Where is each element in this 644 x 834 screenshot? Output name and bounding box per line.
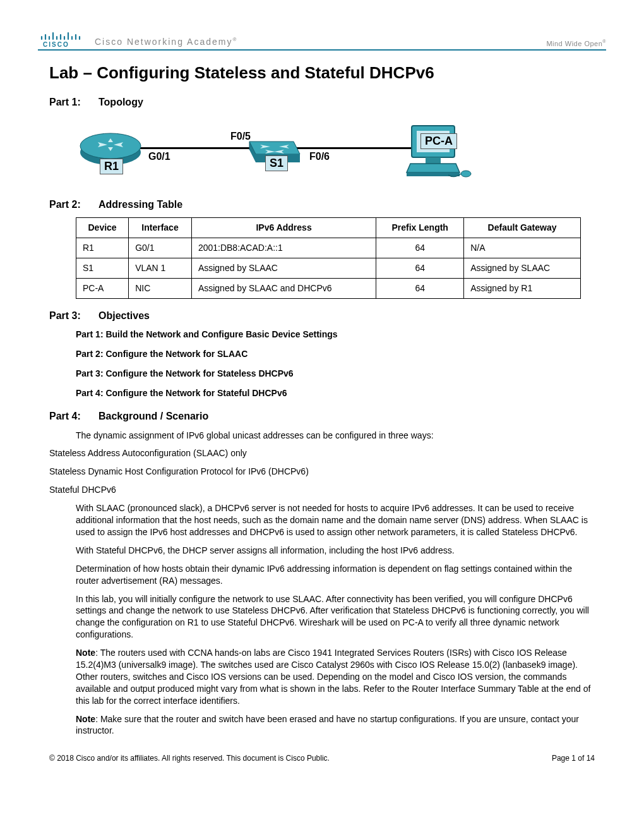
pca-label: PC-A <box>420 133 457 149</box>
page-number: Page 1 of 14 <box>552 753 595 763</box>
table-cell: Assigned by SLAAC <box>464 258 581 279</box>
table-cell: 2001:DB8:ACAD:A::1 <box>191 238 376 258</box>
table-cell: PC-A <box>76 278 129 298</box>
brand-block: CISCO Cisco Networking Academy® <box>38 32 237 48</box>
table-cell: R1 <box>76 238 129 258</box>
s1-label: S1 <box>265 155 288 171</box>
bg-note1: Note: The routers used with CCNA hands-o… <box>76 647 593 706</box>
topology-diagram: R1 G0/1 F0/5 S1 F0/6 <box>76 122 467 185</box>
table-row: PC-ANICAssigned by SLAAC and DHCPv664Ass… <box>76 278 581 298</box>
th-gateway: Default Gateway <box>464 218 581 238</box>
page-container: CISCO Cisco Networking Academy® Mind Wid… <box>0 0 644 782</box>
part2-heading: Part 2:Addressing Table <box>49 198 606 212</box>
table-cell: Assigned by R1 <box>464 278 581 298</box>
lab-title: Lab – Configuring Stateless and Stateful… <box>49 62 606 84</box>
addressing-table: Device Interface IPv6 Address Prefix Len… <box>76 217 581 299</box>
table-cell: G0/1 <box>129 238 192 258</box>
th-device: Device <box>76 218 129 238</box>
bg-determination: Determination of how hosts obtain their … <box>76 563 593 587</box>
part3-heading: Part 3:Objectives <box>49 309 606 323</box>
bg-stateful: With Stateful DHCPv6, the DHCP server as… <box>76 545 593 557</box>
table-cell: S1 <box>76 258 129 279</box>
copyright: © 2018 Cisco and/or its affiliates. All … <box>49 753 330 763</box>
svg-point-31 <box>461 171 471 177</box>
objective-item: Part 1: Build the Network and Configure … <box>76 329 606 341</box>
bg-intro: The dynamic assignment of IPv6 global un… <box>76 430 593 442</box>
part4-heading: Part 4:Background / Scenario <box>49 409 606 423</box>
table-cell: Assigned by SLAAC <box>191 258 376 279</box>
page-footer: © 2018 Cisco and/or its affiliates. All … <box>49 753 595 763</box>
svg-marker-19 <box>249 142 300 154</box>
table-cell: N/A <box>464 238 581 258</box>
table-cell: Assigned by SLAAC and DHCPv6 <box>191 278 376 298</box>
academy-text: Cisco Networking Academy® <box>95 36 237 48</box>
pc-icon <box>404 122 474 182</box>
svg-marker-29 <box>407 164 460 172</box>
bg-mode-2: Stateful DHCPv6 <box>49 484 592 496</box>
bg-mode-1: Stateless Dynamic Host Configuration Pro… <box>49 466 592 478</box>
table-cell: NIC <box>129 278 192 298</box>
bg-lab: In this lab, you will initially configur… <box>76 593 593 641</box>
objective-item: Part 3: Configure the Network for Statel… <box>76 368 606 380</box>
table-header-row: Device Interface IPv6 Address Prefix Len… <box>76 218 581 238</box>
r1-label: R1 <box>100 159 123 174</box>
brand-text: CISCO <box>43 41 69 48</box>
table-row: R1G0/12001:DB8:ACAD:A::164N/A <box>76 238 581 258</box>
page-header: CISCO Cisco Networking Academy® Mind Wid… <box>38 32 606 51</box>
table-cell: VLAN 1 <box>129 258 192 279</box>
f06-label: F0/6 <box>309 150 330 164</box>
th-ipv6: IPv6 Address <box>191 218 376 238</box>
table-cell: 64 <box>376 238 464 258</box>
svg-point-12 <box>80 133 141 159</box>
objective-item: Part 4: Configure the Network for Statef… <box>76 387 606 399</box>
tagline: Mind Wide Open® <box>546 39 606 49</box>
bg-mode-0: Stateless Address Autoconfiguration (SLA… <box>49 447 592 459</box>
part1-heading: Part 1:Topology <box>49 95 606 109</box>
g01-label: G0/1 <box>148 150 170 164</box>
bg-slaac: With SLAAC (pronounced slack), a DHCPv6 … <box>76 502 593 538</box>
objective-item: Part 2: Configure the Network for SLAAC <box>76 348 606 360</box>
table-cell: 64 <box>376 258 464 279</box>
cisco-logo-icon: CISCO <box>38 32 82 48</box>
table-cell: 64 <box>376 278 464 298</box>
svg-rect-28 <box>426 157 441 164</box>
svg-rect-30 <box>407 172 460 176</box>
th-prefix: Prefix Length <box>376 218 464 238</box>
th-interface: Interface <box>129 218 192 238</box>
table-row: S1VLAN 1Assigned by SLAAC64Assigned by S… <box>76 258 581 279</box>
bg-note2: Note: Make sure that the router and swit… <box>76 713 593 737</box>
